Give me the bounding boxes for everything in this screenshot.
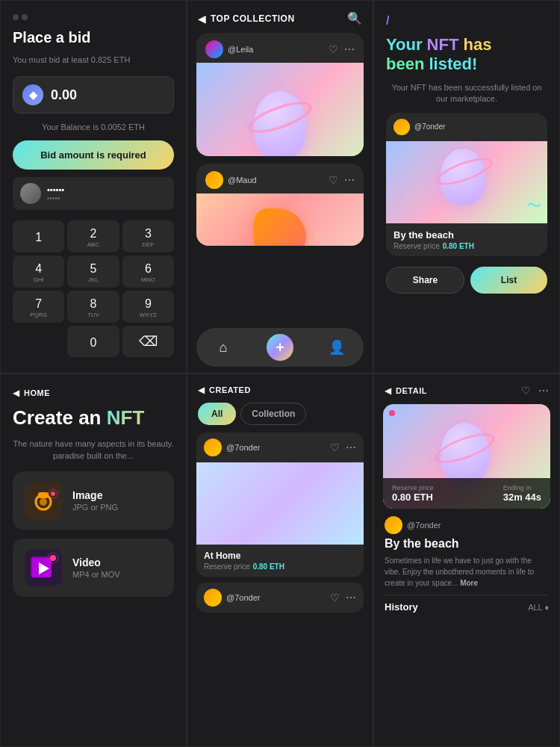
video-svg: [25, 549, 62, 586]
listed-reserve-label: Reserve price: [393, 242, 440, 250]
nft-user-maud: @Maud: [205, 171, 257, 189]
ending-item: Ending in 32m 44s: [503, 484, 541, 503]
eth-icon: ◆: [22, 84, 43, 105]
numpad-4[interactable]: 4GHI: [13, 255, 64, 288]
created-price-row-1: Reserve price 0.80 ETH: [204, 562, 356, 571]
nft-user-leila: @Leila: [205, 40, 253, 58]
nav-profile-icon[interactable]: 👤: [325, 335, 349, 359]
listed-tag: /: [386, 14, 547, 28]
tab-all[interactable]: All: [198, 403, 236, 425]
listed-user-row: @7onder: [393, 119, 445, 135]
nft-card-leila[interactable]: @Leila ♡ ⋯ By the beach: [196, 33, 364, 156]
slash-icon: /: [386, 14, 389, 28]
image-option-text: Image JPG or PNG: [72, 489, 118, 512]
title-has: has: [458, 35, 491, 54]
ending-value: 32m 44s: [503, 492, 541, 503]
card-actions-2: ♡ ⋯: [329, 174, 355, 186]
home-header: ◀ HOME: [13, 388, 174, 398]
astronaut-body: [254, 91, 306, 157]
numpad-0[interactable]: 0: [67, 326, 119, 357]
numpad-9[interactable]: 9WXYZ: [122, 291, 174, 323]
created-dots-1[interactable]: ⋯: [346, 441, 356, 453]
deco-squiggle: 〜: [526, 196, 541, 216]
bid-user-info: •••••• •••••: [47, 185, 167, 202]
nft-card-header-1: @Leila ♡ ⋯: [196, 33, 364, 63]
username-maud: @Maud: [228, 176, 257, 185]
listed-nft-image: 〜: [386, 141, 547, 223]
detail-history-label: History: [385, 601, 418, 613]
numpad-6[interactable]: 6MNO: [122, 255, 174, 288]
home-panel: ◀ HOME Create an NFT The nature have man…: [0, 374, 187, 747]
numpad-backspace[interactable]: ⌫: [122, 326, 174, 357]
listed-actions: Share List: [386, 267, 547, 294]
numpad-3[interactable]: 3DEF: [122, 220, 174, 252]
created-card-1[interactable]: @7onder ♡ ⋯ At Home Reserve price 0.80 E…: [196, 433, 364, 577]
share-button[interactable]: Share: [386, 267, 464, 294]
listed-astro-ring: [433, 152, 496, 190]
detail-desc: Sometimes in life we have to just go wit…: [385, 555, 549, 589]
detail-nft-image: Reserve price 0.80 ETH Ending in 32m 44s: [383, 404, 550, 509]
numpad-2[interactable]: 2ABC: [67, 220, 119, 252]
nft-card-maud[interactable]: @Maud ♡ ⋯: [196, 164, 364, 246]
avatar-maud: [205, 171, 223, 189]
numpad-7[interactable]: 7PQRS: [13, 291, 64, 323]
created-dots-2[interactable]: ⋯: [346, 592, 356, 604]
svg-rect-3: [38, 492, 49, 498]
created-card-1-header: @7onder ♡ ⋯: [196, 433, 364, 462]
detail-dots-icon[interactable]: ⋯: [538, 385, 549, 397]
created-nft-footer-1: At Home Reserve price 0.80 ETH: [196, 545, 364, 577]
detail-history-all[interactable]: ALL ♦: [528, 603, 549, 612]
listed-avatar: [393, 119, 410, 135]
search-button[interactable]: 🔍: [347, 11, 362, 25]
create-title-1: Create an: [13, 406, 102, 429]
bid-user-row: •••••• •••••: [13, 177, 174, 210]
home-section-title: HOME: [24, 388, 50, 397]
detail-header: ◀ DETAIL ♡ ⋯: [374, 374, 559, 404]
dots-icon-1[interactable]: ⋯: [344, 43, 355, 55]
window-controls: [13, 14, 28, 20]
detail-header-left: ◀ DETAIL: [385, 385, 427, 396]
created-card-2[interactable]: @7onder ♡ ⋯: [196, 583, 364, 613]
created-back-icon: ◀: [198, 385, 205, 395]
numpad-1[interactable]: 1: [13, 220, 64, 252]
bid-error-button[interactable]: Bid amount is required: [13, 140, 174, 170]
bid-header: [13, 14, 174, 20]
numpad-5[interactable]: 5JKL: [67, 255, 119, 288]
list-button[interactable]: List: [470, 267, 547, 294]
numpad-8[interactable]: 8TUV: [67, 291, 119, 323]
image-option-icon: [25, 482, 62, 519]
listed-nft-info: By the beach Reserve price 0.80 ETH: [386, 223, 547, 256]
detail-heart-icon[interactable]: ♡: [521, 385, 531, 397]
heart-icon-2[interactable]: ♡: [329, 174, 338, 186]
nav-home-icon[interactable]: ⌂: [211, 335, 235, 359]
listed-astro-body: [441, 149, 485, 205]
nft-image-leila: [196, 63, 364, 156]
created-user-1: @7onder: [204, 438, 260, 456]
video-option[interactable]: Video MP4 or MOV: [13, 539, 174, 597]
created-heart-1[interactable]: ♡: [330, 441, 340, 453]
bid-input-container[interactable]: ◆: [13, 76, 174, 114]
title-listed: listed!: [429, 55, 477, 73]
dot-2: [22, 14, 28, 20]
back-button[interactable]: ◀ TOP COLLECTION: [198, 13, 295, 25]
listed-astronaut: [441, 149, 493, 216]
created-username-1: @7onder: [226, 443, 260, 452]
svg-point-4: [51, 492, 55, 496]
detail-more-link[interactable]: More: [460, 579, 478, 587]
detail-header-right: ♡ ⋯: [521, 385, 549, 397]
reserve-price-item: Reserve price 0.80 ETH: [392, 484, 434, 503]
bid-subtitle: You must bid at least 0.825 ETH: [13, 55, 174, 64]
bid-amount-input[interactable]: [51, 87, 164, 103]
avatar-leila: [205, 40, 223, 58]
tab-collection[interactable]: Collection: [240, 403, 306, 425]
heart-icon-1[interactable]: ♡: [329, 43, 338, 55]
astronaut-ring: [245, 95, 316, 139]
video-option-icon: [25, 549, 62, 586]
created-nft-image-1: [196, 462, 364, 545]
create-title: Create an NFT: [13, 407, 174, 429]
nav-plus-icon[interactable]: +: [267, 334, 293, 361]
created-heart-2[interactable]: ♡: [330, 592, 340, 604]
image-option[interactable]: Image JPG or PNG: [13, 471, 174, 530]
dots-icon-2[interactable]: ⋯: [344, 174, 355, 186]
created-panel: ◀ CREATED All Collection @7onder ♡ ⋯ At …: [187, 374, 373, 747]
